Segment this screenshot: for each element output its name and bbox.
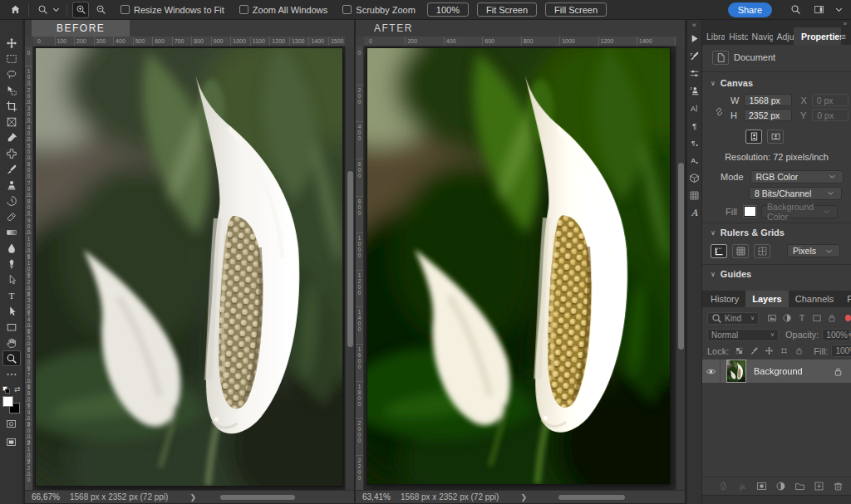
scrollbar-thumb[interactable] [347, 171, 353, 347]
new-adjustment-layer-button[interactable] [774, 480, 787, 493]
filter-type-layers-icon[interactable]: T [795, 312, 809, 324]
panel-paragraph-icon[interactable]: ¶ [686, 117, 702, 135]
lock-all-icon[interactable] [792, 345, 805, 357]
layer-style-button[interactable]: fx [735, 480, 749, 493]
tab-channels[interactable]: Channels [789, 291, 840, 307]
crop-tool[interactable] [2, 98, 21, 114]
grid-toggle-icon[interactable] [732, 244, 749, 258]
swap-colors-icon[interactable]: ⇄ [14, 385, 21, 394]
pixel-grid-toggle-icon[interactable] [754, 244, 770, 258]
status-chevron-icon[interactable]: ❯ [189, 493, 196, 502]
new-group-button[interactable] [793, 480, 806, 493]
tab-paths[interactable]: Paths [840, 291, 851, 307]
new-layer-button[interactable] [812, 480, 825, 493]
delete-layer-button[interactable] [831, 480, 844, 493]
panel-materials-icon[interactable] [686, 169, 702, 187]
workspace-chevron-icon[interactable] [834, 2, 844, 18]
opacity-value[interactable]: 100% ∨ [822, 329, 850, 341]
panel-glyphs-icon[interactable]: A [686, 204, 702, 222]
lock-transparency-icon[interactable] [732, 345, 745, 357]
spot-healing-tool[interactable] [2, 145, 21, 161]
foreground-color-swatch[interactable] [2, 396, 13, 407]
filter-adjustment-layers-icon[interactable] [780, 312, 794, 324]
quick-mask-button[interactable] [2, 416, 21, 432]
eraser-tool[interactable] [2, 208, 21, 224]
document-canvas[interactable] [364, 46, 676, 490]
filter-smart-objects-icon[interactable] [825, 312, 839, 324]
rectangle-tool[interactable] [2, 319, 21, 335]
zoom-percentage[interactable]: 63,41% [362, 492, 401, 502]
ruler-origin[interactable] [356, 37, 364, 46]
lasso-tool[interactable] [2, 66, 21, 82]
layer-thumbnail[interactable] [727, 360, 745, 382]
units-dropdown[interactable]: Pixels [787, 244, 840, 257]
fill-value[interactable]: 100% ∨ [831, 345, 851, 357]
landscape-orientation-button[interactable] [767, 130, 784, 144]
tab-navigator[interactable]: Navig [748, 27, 773, 45]
horizontal-scrollbar-thumb[interactable] [558, 495, 625, 500]
history-brush-tool[interactable] [2, 193, 21, 208]
tab-properties[interactable]: Properties [794, 27, 840, 45]
zoom-all-windows-checkbox[interactable]: Zoom All Windows [239, 5, 327, 15]
horizontal-scrollbar-thumb[interactable] [220, 495, 295, 500]
width-field[interactable]: 1568 px [744, 94, 792, 106]
foreground-background-swatches[interactable] [2, 396, 20, 413]
checkbox-box[interactable] [342, 5, 352, 14]
object-selection-tool[interactable] [2, 82, 21, 98]
photo-before[interactable] [36, 48, 342, 486]
frame-tool[interactable] [2, 114, 21, 130]
layer-visibility-eye-icon[interactable] [702, 360, 721, 383]
panel-character-styles-icon[interactable]: A [686, 152, 702, 169]
tool-preset-chevron-icon[interactable] [51, 2, 61, 18]
panel-brush-settings-icon[interactable] [686, 47, 702, 65]
tab-layers[interactable]: Layers [745, 291, 788, 307]
photo-after[interactable] [367, 48, 670, 484]
clone-stamp-tool[interactable] [2, 177, 21, 193]
canvas-section-header[interactable]: ∨ Canvas [702, 76, 851, 90]
filter-shape-layers-icon[interactable] [810, 312, 824, 324]
document-titlebar[interactable]: AFTER [356, 20, 685, 37]
filter-toggle[interactable] [845, 315, 851, 321]
fill-color-swatch[interactable] [744, 206, 756, 217]
resize-windows-checkbox[interactable]: Resize Windows to Fit [121, 5, 224, 15]
workspace-icon[interactable] [810, 2, 827, 18]
collapse-chevron-icon[interactable]: ∨ [711, 80, 716, 87]
panel-patterns-icon[interactable] [686, 187, 702, 204]
pen-tool[interactable] [2, 256, 21, 272]
color-mode-dropdown[interactable]: RGB Color [750, 170, 844, 183]
screen-mode-button[interactable] [2, 434, 21, 450]
rulers-toggle-icon[interactable] [711, 244, 727, 258]
eyedropper-tool[interactable] [2, 130, 21, 145]
rectangular-marquee-tool[interactable] [2, 51, 21, 66]
height-field[interactable]: 2352 px [744, 109, 792, 121]
share-button[interactable]: Share [728, 2, 772, 17]
path-selection-tool[interactable] [2, 272, 21, 287]
vertical-ruler[interactable]: 0100200300400500600700800900100011001200… [25, 46, 33, 490]
zoom-tool[interactable] [2, 350, 21, 366]
collapse-chevron-icon[interactable]: ∨ [711, 229, 716, 237]
vertical-scrollbar[interactable] [345, 46, 354, 490]
blur-tool[interactable] [2, 240, 21, 256]
panel-menu-icon[interactable]: ≡ [841, 27, 851, 45]
rulers-grids-header[interactable]: ∨ Rulers & Grids [702, 226, 851, 239]
panel-brushes-icon[interactable] [686, 65, 702, 82]
fill-screen-button[interactable]: Fill Screen [545, 2, 607, 17]
hand-tool[interactable] [2, 335, 21, 350]
collapse-panels-icon[interactable]: » [702, 20, 851, 27]
zoom-level-button[interactable]: 100% [427, 2, 469, 17]
scrubby-zoom-checkbox[interactable]: Scrubby Zoom [342, 5, 416, 15]
document-titlebar[interactable]: BEFORE [25, 20, 354, 37]
collapse-chevron-icon[interactable]: ∨ [711, 271, 716, 278]
blend-mode-dropdown[interactable]: Normal ∨ [707, 329, 779, 341]
vertical-ruler[interactable]: 0200400600800100012001400160018002000220… [356, 46, 364, 490]
portrait-orientation-button[interactable] [745, 130, 762, 144]
vertical-scrollbar[interactable] [676, 46, 685, 490]
panel-character-icon[interactable]: A [686, 100, 702, 117]
horizontal-ruler[interactable]: 0200400600800100012001400 [364, 37, 676, 46]
bit-depth-dropdown[interactable]: 8 Bits/Channel [749, 187, 842, 200]
checkbox-box[interactable] [239, 5, 248, 14]
layer-name[interactable]: Background [754, 366, 803, 376]
zoom-out-button[interactable] [92, 2, 109, 18]
brush-tool[interactable] [2, 161, 21, 177]
horizontal-ruler[interactable]: 0100200300400500600700800900100011001200… [33, 37, 345, 46]
